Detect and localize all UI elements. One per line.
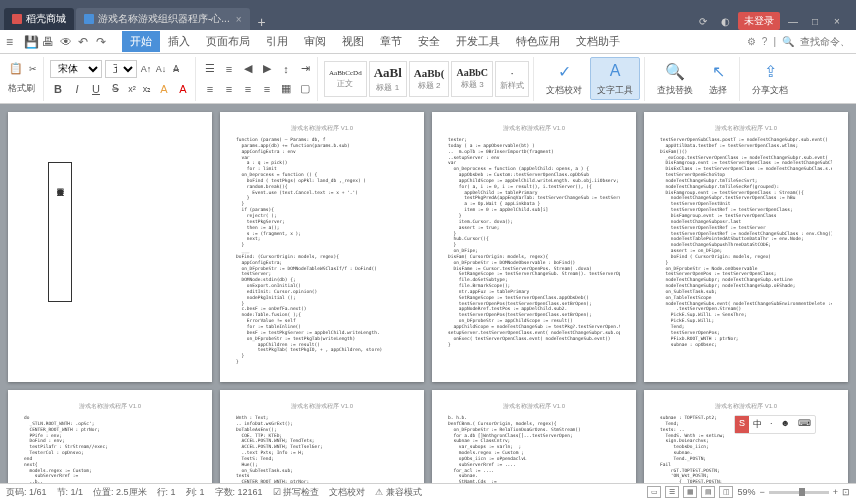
settings-icon[interactable]: ⚙ <box>747 36 756 47</box>
page-header: 游戏名称游戏程序 V1.0 <box>448 402 620 411</box>
highlight-icon[interactable]: A <box>156 81 172 97</box>
style-new[interactable]: ·新样式 <box>495 61 529 97</box>
grow-font-icon[interactable]: A↑ <box>140 61 152 77</box>
zoom-value[interactable]: 59% <box>737 487 755 497</box>
maximize-icon[interactable]: □ <box>806 12 824 30</box>
status-page[interactable]: 页码: 1/61 <box>6 486 47 499</box>
style-h3[interactable]: AaBbC标题 3 <box>451 61 493 97</box>
tab-label: 稻壳商城 <box>26 12 66 26</box>
menu-reference[interactable]: 引用 <box>258 31 296 52</box>
search-input[interactable] <box>800 36 850 47</box>
ime-emoji: ☻ <box>777 416 794 433</box>
search-icon: 🔍 <box>782 36 794 47</box>
redo-icon[interactable]: ↷ <box>96 35 110 49</box>
close-icon[interactable]: × <box>236 14 242 25</box>
menu-helper[interactable]: 文档助手 <box>568 31 628 52</box>
cut-icon[interactable]: ✂ <box>27 61 39 77</box>
font-color-icon[interactable]: A <box>175 81 191 97</box>
menu-review[interactable]: 审阅 <box>296 31 334 52</box>
menu-special[interactable]: 特色应用 <box>508 31 568 52</box>
border-icon[interactable]: ▢ <box>297 81 313 97</box>
tab-document[interactable]: 游戏名称游戏组织器程序-心... × <box>76 8 250 30</box>
number-list-icon[interactable]: ≡ <box>221 61 237 77</box>
page-header: 游戏名称游戏程序 V1.0 <box>236 124 408 133</box>
zoom-slider[interactable] <box>769 491 829 494</box>
menubar: ≡ 💾 🖶 👁 ↶ ↷ 开始 插入 页面布局 引用 审阅 视图 章节 安全 开发… <box>0 30 856 54</box>
status-spellcheck[interactable]: ☑ 拼写检查 <box>273 486 320 499</box>
italic-icon[interactable]: I <box>69 81 85 97</box>
view-web-icon[interactable]: ▦ <box>683 486 697 498</box>
align-right-icon[interactable]: ≡ <box>240 81 256 97</box>
align-justify-icon[interactable]: ≡ <box>259 81 275 97</box>
view-outline-icon[interactable]: ☰ <box>665 486 679 498</box>
font-name-select[interactable]: 宋体 <box>50 60 102 78</box>
view-page-icon[interactable]: ▭ <box>647 486 661 498</box>
view-read-icon[interactable]: ▤ <box>701 486 715 498</box>
tab-store[interactable]: 稻壳商城 <box>4 8 74 30</box>
clear-format-icon[interactable]: A̶ <box>170 61 182 77</box>
superscript-icon[interactable]: x² <box>126 81 138 97</box>
indent-inc-icon[interactable]: ▶ <box>259 61 275 77</box>
menu-icon[interactable]: ≡ <box>6 35 20 49</box>
paste-icon[interactable]: 📋 <box>8 61 24 77</box>
save-icon[interactable]: 💾 <box>24 35 38 49</box>
line-spacing-icon[interactable]: ↕ <box>278 61 294 77</box>
format-painter-label[interactable]: 格式刷 <box>8 79 39 99</box>
close-window-icon[interactable]: × <box>828 12 846 30</box>
select-button[interactable]: ↖选择 <box>701 58 735 99</box>
sync-icon[interactable]: ⟳ <box>694 12 712 30</box>
page-2: 游戏名称游戏程序 V1.0 function (params) — Params… <box>220 112 424 382</box>
page-header: 游戏名称游戏程序 V1.0 <box>660 124 832 133</box>
menu-layout[interactable]: 页面布局 <box>198 31 258 52</box>
page-5: 游戏名称游戏程序 V1.0 do _STLN.ROOT_WNTH: .opSc'… <box>8 390 212 483</box>
ime-icon: S <box>735 416 749 433</box>
page-6: 游戏名称游戏程序 V1.0 Wnth : Text; .. infoDat.ws… <box>220 390 424 483</box>
status-words[interactable]: 字数: 12161 <box>215 486 263 499</box>
find-replace-button[interactable]: 🔍查找替换 <box>651 58 699 99</box>
menu-view[interactable]: 视图 <box>334 31 372 52</box>
menu-devtools[interactable]: 开发工具 <box>448 31 508 52</box>
style-h2[interactable]: AaBb(标题 2 <box>409 61 450 97</box>
undo-icon[interactable]: ↶ <box>78 35 92 49</box>
ime-badge[interactable]: S 中 · ☻ ⌨ <box>734 415 816 434</box>
help-icon[interactable]: ? <box>762 36 768 47</box>
menu-insert[interactable]: 插入 <box>160 31 198 52</box>
doc-proof-button[interactable]: ✓文档校对 <box>540 58 588 99</box>
minimize-icon[interactable]: — <box>784 12 802 30</box>
align-center-icon[interactable]: ≡ <box>221 81 237 97</box>
zoom-in-icon[interactable]: + <box>833 487 838 497</box>
subscript-icon[interactable]: x₂ <box>141 81 153 97</box>
tab-icon[interactable]: ⇥ <box>297 61 313 77</box>
align-left-icon[interactable]: ≡ <box>202 81 218 97</box>
zoom-out-icon[interactable]: − <box>759 487 764 497</box>
menu-security[interactable]: 安全 <box>410 31 448 52</box>
shrink-font-icon[interactable]: A↓ <box>155 61 167 77</box>
fit-icon[interactable]: ⊡ <box>842 487 850 497</box>
indent-dec-icon[interactable]: ◀ <box>240 61 256 77</box>
style-h1[interactable]: AaBl标题 1 <box>369 61 407 97</box>
tab-label: 游戏名称游戏组织器程序-心... <box>98 12 230 26</box>
status-doccheck[interactable]: 文档校对 <box>329 486 365 499</box>
page-content: Wnth : Text; .. infoDat.wsGrExt(); DoTab… <box>236 415 408 483</box>
skin-icon[interactable]: ◐ <box>716 12 734 30</box>
strike-icon[interactable]: S̶ <box>107 81 123 97</box>
login-button[interactable]: 未登录 <box>738 12 780 30</box>
print-icon[interactable]: 🖶 <box>42 35 56 49</box>
style-normal[interactable]: AaBbCcDd正文 <box>324 61 367 97</box>
page-7: 游戏名称游戏程序 V1.0 b. h.b. DenfCBnm.( CursorO… <box>432 390 636 483</box>
status-compat: ⚠ 兼容模式 <box>375 486 422 499</box>
text-tools-button[interactable]: A文字工具 <box>590 57 640 100</box>
workspace[interactable]: 复杂多维度文件读写 游戏名称游戏程序 V1.0 function (params… <box>0 104 856 483</box>
bold-icon[interactable]: B <box>50 81 66 97</box>
view-print-icon[interactable]: ◫ <box>719 486 733 498</box>
shading-icon[interactable]: ▦ <box>278 81 294 97</box>
menu-section[interactable]: 章节 <box>372 31 410 52</box>
page-content: function (params) — Params: db, f params… <box>236 137 408 365</box>
bullet-list-icon[interactable]: ☰ <box>202 61 218 77</box>
share-button[interactable]: ⇪分享文档 <box>746 58 794 99</box>
font-size-select[interactable]: 五号 <box>105 60 137 78</box>
new-tab-button[interactable]: + <box>252 14 272 30</box>
menu-start[interactable]: 开始 <box>122 31 160 52</box>
underline-icon[interactable]: U <box>88 81 104 97</box>
preview-icon[interactable]: 👁 <box>60 35 74 49</box>
